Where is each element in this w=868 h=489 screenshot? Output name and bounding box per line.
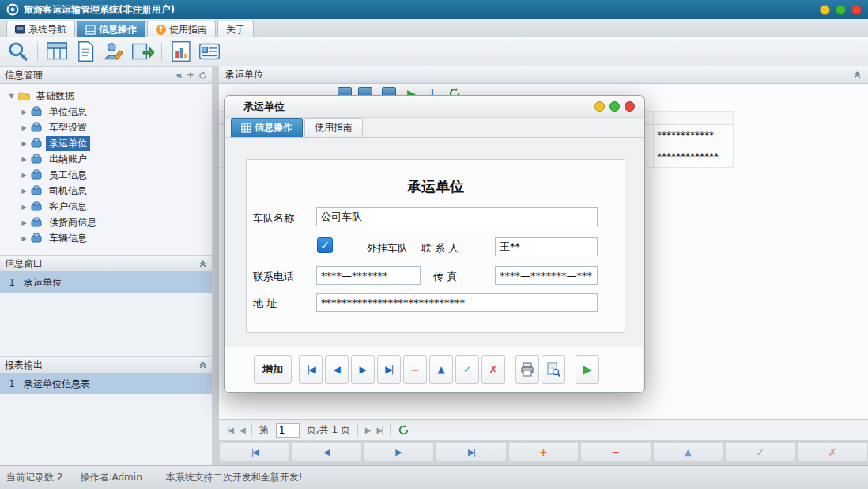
last-page-icon[interactable]: ▶| — [377, 426, 383, 434]
expand-node-icon[interactable] — [19, 203, 29, 210]
next-record-button[interactable] — [351, 355, 375, 384]
add-icon[interactable] — [187, 70, 194, 81]
report-output-list: 1 承运单位信息表 — [0, 373, 212, 465]
tree-item-employee-info[interactable]: 员工信息 — [0, 167, 212, 183]
tree-item-label[interactable]: 车辆信息 — [46, 231, 90, 246]
refresh-page-icon[interactable] — [398, 424, 409, 436]
tree-item-supplier-info[interactable]: 供货商信息 — [0, 214, 212, 230]
tab-user-guide[interactable]: 使用指南 — [147, 21, 216, 37]
delete-record-button[interactable] — [403, 355, 427, 384]
next-record-button[interactable] — [364, 442, 434, 461]
document-icon[interactable] — [74, 40, 97, 63]
collapse-panel-icon[interactable] — [198, 260, 207, 268]
row-number: 1 — [0, 277, 24, 288]
tab-about[interactable]: 关于 — [217, 21, 254, 37]
next-page-icon[interactable]: ▶ — [365, 426, 370, 434]
report-output-row[interactable]: 1 承运单位信息表 — [0, 373, 212, 394]
contact-input[interactable] — [495, 237, 598, 256]
tree-item-label[interactable]: 员工信息 — [46, 168, 90, 183]
tab-system-nav[interactable]: 系统导航 — [6, 21, 75, 37]
maximize-button[interactable] — [836, 5, 846, 15]
dialog-title: 承运单位 — [243, 100, 285, 114]
tree-item-label[interactable]: 供货商信息 — [46, 215, 100, 230]
expand-node-icon[interactable] — [19, 235, 29, 242]
first-page-icon[interactable]: |◀ — [227, 426, 232, 434]
tree-item-unit-info[interactable]: 单位信息 — [0, 104, 212, 119]
tree-item-carrier[interactable]: 承运单位 — [0, 135, 212, 151]
expand-node-icon[interactable] — [19, 124, 29, 131]
tree-item-cashier-account[interactable]: 出纳账户 — [0, 151, 212, 167]
tab-info-operation[interactable]: 信息操作 — [77, 21, 145, 37]
collapse-panel-icon[interactable] — [198, 361, 207, 370]
last-record-button[interactable] — [377, 355, 401, 384]
fleet-name-input[interactable] — [316, 207, 598, 226]
external-fleet-checkbox[interactable] — [317, 237, 333, 253]
info-window-row[interactable]: 1 承运单位 — [0, 272, 212, 293]
post-record-button[interactable] — [725, 442, 795, 461]
tree-item-label[interactable]: 司机信息 — [46, 184, 90, 199]
last-record-button[interactable] — [436, 442, 506, 461]
tree-item-label-selected[interactable]: 承运单位 — [46, 136, 90, 151]
phone-input[interactable] — [316, 266, 421, 285]
collapse-panel-icon[interactable] — [853, 70, 862, 79]
minimize-button[interactable] — [820, 5, 830, 15]
masked-cell: ************ — [657, 125, 714, 146]
prior-record-button[interactable] — [291, 442, 361, 461]
app-logo-icon — [6, 3, 19, 16]
expand-node-icon[interactable] — [19, 188, 29, 195]
expand-node-icon[interactable] — [19, 172, 29, 179]
card-list-icon[interactable] — [198, 40, 221, 63]
search-icon[interactable] — [6, 40, 30, 63]
tree-item-label[interactable]: 单位信息 — [46, 104, 90, 119]
print-preview-button[interactable] — [542, 355, 565, 384]
row-label[interactable]: 承运单位 — [24, 276, 62, 290]
expand-node-icon[interactable] — [19, 108, 29, 116]
edit-record-button[interactable] — [429, 355, 453, 384]
tree-item-label[interactable]: 客户信息 — [46, 199, 90, 214]
tree-root-base-data[interactable]: 基础数据 — [0, 88, 212, 104]
dialog-close-button[interactable] — [625, 101, 635, 112]
tree-item-customer-info[interactable]: 客户信息 — [0, 199, 212, 214]
tree-item-label[interactable]: 出纳账户 — [46, 152, 90, 167]
tree-item-vehicle-type[interactable]: 车型设置 — [0, 119, 212, 135]
prev-page-icon[interactable]: ◀ — [240, 426, 244, 434]
expand-node-icon[interactable] — [19, 140, 29, 147]
address-input[interactable] — [316, 293, 598, 312]
tree-root-label[interactable]: 基础数据 — [33, 89, 77, 104]
print-button[interactable] — [515, 355, 539, 384]
close-button[interactable] — [851, 5, 862, 15]
cancel-record-button[interactable] — [798, 442, 868, 461]
tab-label: 使用指南 — [169, 23, 207, 36]
report-icon[interactable] — [169, 40, 193, 63]
staff-edit-icon[interactable] — [102, 40, 126, 63]
post-record-button[interactable] — [455, 355, 479, 384]
cancel-record-button[interactable] — [481, 355, 505, 384]
expand-node-icon[interactable] — [19, 219, 29, 226]
dialog-maximize-button[interactable] — [609, 101, 620, 112]
insert-record-button[interactable] — [508, 442, 579, 461]
tab-label: 关于 — [226, 23, 245, 36]
dialog-tab-info-operation[interactable]: 信息操作 — [231, 118, 303, 137]
edit-record-button[interactable] — [653, 442, 723, 461]
dialog-tab-user-guide[interactable]: 使用指南 — [304, 118, 363, 137]
tree-item-driver-info[interactable]: 司机信息 — [0, 183, 212, 199]
row-label[interactable]: 承运单位信息表 — [24, 377, 90, 391]
table-icon[interactable] — [45, 40, 69, 63]
dialog-minimize-button[interactable] — [594, 101, 605, 112]
page-number-input[interactable] — [276, 423, 300, 438]
first-record-button[interactable] — [299, 355, 323, 384]
execute-button[interactable] — [576, 355, 599, 384]
prior-record-button[interactable] — [325, 355, 349, 384]
expand-node-icon[interactable] — [19, 156, 29, 163]
export-icon[interactable] — [130, 40, 154, 63]
refresh-icon[interactable] — [198, 71, 207, 80]
collapse-node-icon[interactable] — [6, 93, 17, 100]
add-button[interactable]: 增加 — [254, 355, 292, 384]
fax-input[interactable] — [495, 266, 598, 285]
delete-record-button[interactable] — [580, 442, 651, 461]
collapse-left-icon[interactable] — [176, 70, 183, 80]
tree-item-vehicle-info[interactable]: 车辆信息 — [0, 230, 212, 246]
sidebar-splitter[interactable] — [212, 66, 219, 465]
tree-item-label[interactable]: 车型设置 — [46, 120, 90, 135]
first-record-button[interactable] — [219, 442, 289, 461]
